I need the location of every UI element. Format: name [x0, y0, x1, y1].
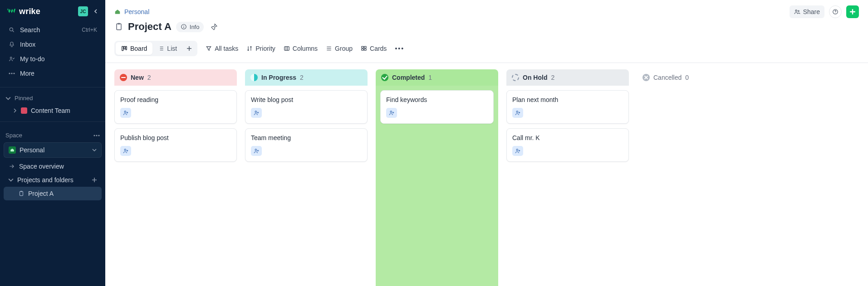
- column-count: 0: [685, 74, 689, 81]
- column-header[interactable]: On Hold 2: [506, 69, 629, 86]
- pinned-item-content-team[interactable]: Content Team: [0, 104, 105, 117]
- cards-button[interactable]: Cards: [361, 45, 387, 52]
- svg-point-3: [11, 73, 12, 74]
- global-add-button[interactable]: [846, 5, 859, 18]
- task-card[interactable]: Publish blog post: [114, 128, 237, 162]
- column-label: New: [131, 74, 144, 81]
- task-card[interactable]: Write blog post: [245, 90, 368, 124]
- view-list-tab[interactable]: List: [152, 42, 182, 55]
- share-button[interactable]: Share: [790, 5, 824, 18]
- user-plus-icon: [388, 110, 395, 116]
- user-plus-icon: [515, 110, 521, 116]
- column-cancelled: Cancelled 0: [637, 69, 719, 286]
- task-card[interactable]: Proof reading: [114, 90, 237, 124]
- info-button[interactable]: Info: [176, 22, 204, 32]
- status-in-progress-icon: [250, 74, 258, 81]
- column-completed: Completed 1 Find keywords: [376, 69, 498, 286]
- svg-point-2: [9, 73, 10, 74]
- sidebar-item-todo[interactable]: My to-do: [4, 52, 102, 66]
- add-assignee-button[interactable]: [120, 108, 131, 118]
- view-switch: Board List: [114, 41, 197, 56]
- chevron-down-icon: [5, 96, 11, 101]
- pinned-section-toggle[interactable]: Pinned: [0, 92, 105, 104]
- space-name: Personal: [20, 146, 44, 154]
- project-tree-item[interactable]: Project A: [4, 187, 102, 200]
- task-card[interactable]: Team meeting: [245, 128, 368, 162]
- columns-icon: [284, 45, 290, 52]
- pinned-label: Pinned: [15, 95, 33, 102]
- sidebar-item-label: Space overview: [19, 163, 64, 170]
- column-label: In Progress: [261, 74, 296, 81]
- space-menu-button[interactable]: [93, 135, 100, 136]
- task-card[interactable]: Find keywords: [380, 90, 494, 124]
- board-icon: [121, 45, 128, 52]
- search-shortcut: Ctrl+K: [82, 27, 97, 33]
- column-on-hold: On Hold 2 Plan next month Call mr. K: [506, 69, 629, 286]
- group-button[interactable]: Group: [326, 45, 353, 52]
- chevron-left-icon: [93, 9, 98, 14]
- space-selector[interactable]: Personal: [4, 142, 102, 158]
- arrow-right-icon: [8, 163, 15, 170]
- sidebar-item-inbox[interactable]: Inbox: [4, 37, 102, 52]
- add-assignee-button[interactable]: [251, 108, 262, 118]
- filter-all-tasks[interactable]: All tasks: [206, 45, 238, 52]
- sort-priority[interactable]: Priority: [246, 45, 275, 52]
- add-assignee-button[interactable]: [512, 108, 523, 118]
- projects-folder-toggle[interactable]: Projects and folders: [4, 173, 102, 187]
- add-assignee-button[interactable]: [386, 108, 397, 118]
- projects-label: Projects and folders: [17, 176, 74, 184]
- sidebar-item-more[interactable]: More: [4, 66, 102, 81]
- home-icon: [114, 9, 121, 15]
- toolbar-more-button[interactable]: •••: [395, 45, 404, 52]
- info-label: Info: [190, 24, 200, 30]
- collapse-sidebar-button[interactable]: [92, 7, 100, 15]
- sidebar-item-search[interactable]: Search Ctrl+K: [4, 23, 102, 37]
- column-in-progress: In Progress 2 Write blog post Team meeti…: [245, 69, 368, 286]
- cards-label: Cards: [370, 45, 387, 52]
- add-assignee-button[interactable]: [120, 146, 131, 156]
- breadcrumb[interactable]: Personal: [114, 8, 149, 15]
- add-assignee-button[interactable]: [512, 146, 523, 156]
- task-title: Proof reading: [120, 96, 231, 103]
- svg-point-6: [96, 135, 97, 136]
- chevron-right-icon: [13, 108, 17, 113]
- column-header[interactable]: Cancelled 0: [637, 69, 719, 86]
- task-title: Publish blog post: [120, 134, 231, 141]
- plus-icon: [92, 177, 97, 183]
- sidebar-item-label: My to-do: [20, 55, 44, 63]
- task-card[interactable]: Plan next month: [506, 90, 629, 124]
- svg-rect-9: [20, 191, 22, 192]
- user-plus-icon: [253, 110, 260, 116]
- view-list-label: List: [167, 45, 177, 52]
- divider: [0, 87, 105, 87]
- svg-point-0: [10, 28, 13, 31]
- brand-logo[interactable]: wrike: [6, 6, 40, 16]
- svg-point-5: [93, 135, 95, 136]
- folder-color-icon: [21, 107, 27, 114]
- pin-button[interactable]: [208, 21, 220, 33]
- sidebar: wrike JC Search Ctrl+K Inbox My to-do Mo…: [0, 0, 105, 286]
- add-view-button[interactable]: [182, 46, 196, 51]
- svg-point-26: [124, 111, 126, 113]
- sidebar-item-overview[interactable]: Space overview: [4, 160, 102, 173]
- task-card[interactable]: Call mr. K: [506, 128, 629, 162]
- task-title: Call mr. K: [512, 134, 623, 141]
- view-board-tab[interactable]: Board: [116, 42, 152, 55]
- help-button[interactable]: [829, 5, 842, 18]
- sidebar-item-label: More: [20, 70, 34, 77]
- filter-label: All tasks: [215, 45, 238, 52]
- column-header[interactable]: In Progress 2: [245, 69, 368, 86]
- add-project-button[interactable]: [92, 177, 97, 183]
- column-header[interactable]: Completed 1: [376, 69, 498, 86]
- add-assignee-button[interactable]: [251, 146, 262, 156]
- column-header[interactable]: New 2: [114, 69, 237, 86]
- svg-rect-25: [364, 49, 367, 51]
- plus-icon: [186, 46, 192, 51]
- user-avatar[interactable]: JC: [78, 6, 88, 16]
- svg-point-17: [183, 25, 184, 26]
- divider: [0, 121, 105, 122]
- columns-button[interactable]: Columns: [284, 45, 318, 52]
- sidebar-item-label: Inbox: [20, 41, 35, 48]
- columns-label: Columns: [293, 45, 318, 52]
- svg-rect-14: [117, 24, 121, 29]
